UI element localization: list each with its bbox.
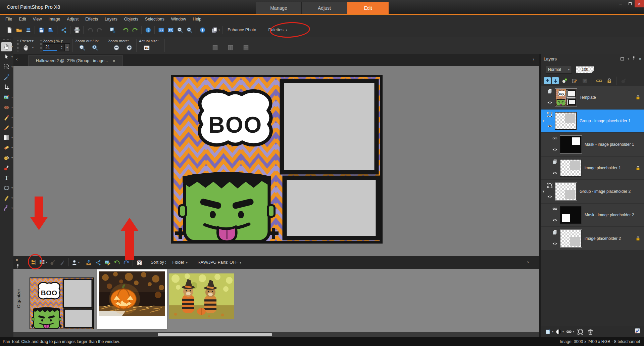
thumbnail-kittens-autumn[interactable] (169, 273, 234, 319)
arrow-up-button[interactable] (544, 77, 551, 84)
undo-button[interactable] (85, 25, 95, 35)
group-frame-button[interactable] (576, 327, 585, 336)
tool-background-eraser[interactable]: ▾ (1, 153, 12, 162)
zoom-input[interactable]: 21 ▲▼ (43, 43, 64, 51)
tool-gradient[interactable]: ▾ (1, 133, 12, 142)
visibility-eye-icon[interactable] (547, 194, 553, 201)
thumbnail-jack-o-lantern-selected[interactable] (97, 269, 167, 329)
tool-paint-brush[interactable]: ▾ (1, 123, 12, 132)
window-layout-button-2[interactable] (226, 43, 235, 52)
lock-tan-button[interactable] (604, 76, 614, 85)
share-button[interactable] (93, 258, 103, 267)
tool-pan[interactable]: ▾ (1, 42, 12, 51)
copy-special-button[interactable]: ▾ (211, 25, 220, 35)
pin-panel-icon[interactable] (632, 56, 636, 61)
open-folder-button[interactable] (14, 25, 23, 35)
drag-grip[interactable] (17, 40, 19, 51)
layer-row[interactable]: Mask - image placeholder 1 (541, 133, 644, 156)
fix-brush-button[interactable] (57, 258, 67, 267)
organizer-close-button[interactable]: × (15, 257, 18, 263)
presets-dropdown-icon[interactable]: ▾ (32, 46, 34, 49)
info-button[interactable] (143, 25, 153, 35)
edit-pencil-button[interactable] (570, 76, 579, 85)
print-button[interactable] (72, 25, 82, 35)
tool-warp-brush[interactable]: ▾ (1, 204, 12, 213)
layer-row[interactable]: image placeholder 2 (541, 227, 644, 250)
fit-window-button[interactable] (166, 25, 175, 35)
organizer-collapse-icon[interactable]: ⌄ (526, 258, 530, 264)
workspace-tab-manage[interactable]: Manage (256, 2, 302, 14)
tool-makeover[interactable]: ▾ (1, 113, 12, 122)
navigate-button[interactable] (198, 25, 207, 35)
sort-value-dropdown[interactable]: Folder ▾ (172, 260, 188, 265)
workspace-tab-adjust[interactable]: Adjust (302, 2, 347, 14)
save-as-button[interactable] (46, 25, 55, 35)
menu-layers[interactable]: Layers (101, 16, 121, 23)
menu-help[interactable]: Help (189, 16, 205, 23)
collapse-arrow-icon[interactable]: ▼ (542, 119, 545, 123)
screen-capture-button[interactable] (108, 25, 117, 35)
quick-edit-button[interactable] (103, 258, 112, 267)
tool-preset-shape[interactable]: ▾ (1, 183, 12, 192)
redo-button[interactable] (95, 25, 104, 35)
panel-menu-icon[interactable]: ▾ (628, 57, 629, 60)
scrollbar-thumb[interactable] (158, 333, 272, 336)
new-layer-button[interactable]: ▾ (544, 327, 554, 336)
people-tag-button[interactable]: ▾ (70, 258, 80, 267)
menu-objects[interactable]: Objects (121, 16, 142, 23)
raw-jpg-dropdown[interactable]: RAW/JPG Pairs: OFF ▾ (198, 260, 241, 265)
drag-grip[interactable] (3, 39, 10, 40)
opacity-field[interactable]: 100 (576, 66, 594, 73)
document-tab[interactable]: Halloween 2 @ 21% (Group - image... × (28, 55, 123, 66)
undo-green-button[interactable] (112, 258, 121, 267)
organizer-pin-icon[interactable] (16, 264, 20, 269)
close-button[interactable]: × (635, 0, 644, 7)
drag-grip[interactable] (40, 40, 42, 51)
enhance-photo-button[interactable]: Enhance Photo (224, 26, 260, 34)
layer-row[interactable]: ▼Group - image placeholder 2 (541, 180, 644, 203)
thumbnail-halloween-template[interactable] (30, 277, 94, 329)
menu-image[interactable]: Image (45, 16, 64, 23)
menu-window[interactable]: Window (168, 16, 189, 23)
tool-clone[interactable] (1, 163, 12, 172)
layer-row[interactable]: Template (541, 86, 644, 109)
script-f-button[interactable]: f (580, 76, 589, 85)
bomb-button[interactable] (619, 76, 628, 85)
maximize-button[interactable] (625, 0, 635, 7)
tab-scroll-right-icon[interactable]: › (533, 56, 534, 62)
capture-time-button[interactable] (135, 258, 144, 267)
adjustment-button[interactable]: ▾ (555, 327, 564, 336)
menu-edit[interactable]: Edit (15, 16, 30, 23)
layer-row[interactable]: image placeholder 1 (541, 157, 644, 179)
delete-dust-button[interactable] (48, 258, 57, 267)
tool-straighten[interactable]: ▾ (1, 93, 12, 102)
zoom-in-button[interactable] (185, 25, 194, 35)
zoom-in-button[interactable] (91, 43, 99, 52)
zoom-spinner[interactable]: ▲▼ (59, 44, 64, 51)
zoom-more-out-button[interactable] (112, 43, 121, 52)
tab-close-icon[interactable]: × (113, 58, 115, 63)
minimize-button[interactable]: – (616, 0, 625, 7)
layer-row[interactable]: ▼Group - image placeholder 1 (541, 110, 644, 132)
visibility-eye-icon[interactable] (552, 217, 558, 224)
arrow-down-button[interactable] (552, 77, 559, 84)
menu-adjust[interactable]: Adjust (63, 16, 82, 23)
zoom-more-in-button[interactable] (125, 43, 134, 52)
workspace-tab-edit[interactable]: Edit (347, 2, 389, 14)
collapse-arrow-icon[interactable]: ▼ (542, 190, 545, 193)
tool-text[interactable]: T (1, 173, 12, 182)
trash-button[interactable] (586, 327, 595, 336)
visibility-eye-icon[interactable] (547, 100, 553, 106)
organizer-scrollbar[interactable] (13, 332, 539, 337)
document-canvas[interactable] (171, 75, 383, 244)
tool-dropper[interactable] (1, 73, 12, 82)
zoom-dropdown-button[interactable]: ▼ (64, 43, 70, 51)
layer-row[interactable]: Mask - image placeholder 2 (541, 204, 644, 226)
tool-pick[interactable]: ▾ (1, 52, 12, 61)
new-file-button[interactable] (5, 25, 14, 35)
blend-mode-dropdown[interactable]: Normal▾ (546, 66, 572, 74)
menu-selections[interactable]: Selections (142, 16, 168, 23)
visibility-eye-icon[interactable] (552, 241, 558, 248)
zoom-out-button[interactable] (175, 25, 185, 35)
undo-green-button[interactable] (121, 25, 130, 35)
